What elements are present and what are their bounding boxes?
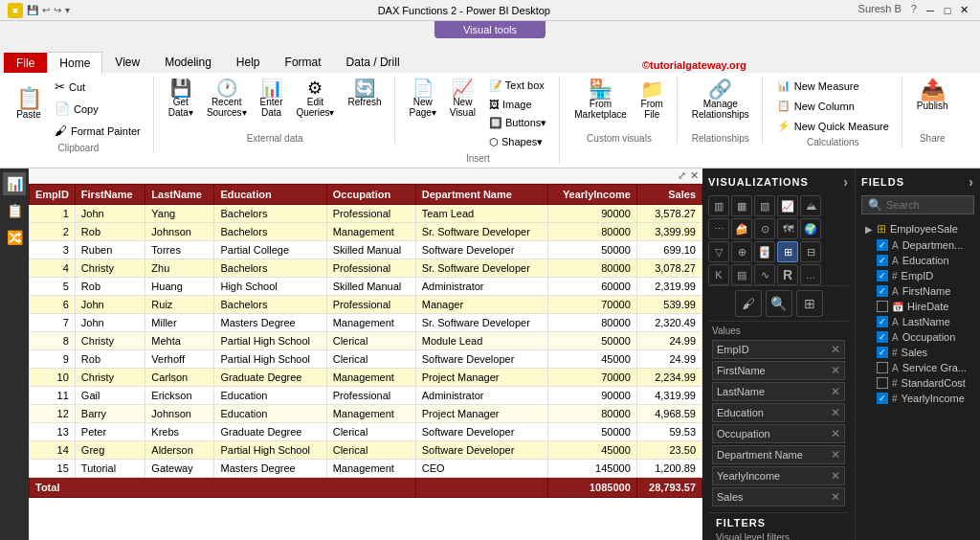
col-header-income[interactable]: YearlyIncome: [548, 185, 636, 205]
fields-expand-btn[interactable]: ›: [969, 174, 974, 190]
table-row[interactable]: 7JohnMillerMasters DegreeManagementSr. S…: [30, 314, 702, 332]
field-item[interactable]: ✓ADepartmen...: [861, 237, 974, 253]
minimize-button[interactable]: ─: [923, 3, 938, 18]
field-group-header[interactable]: ▶ ⊞ EmployeeSale: [861, 220, 974, 237]
copy-button[interactable]: 📄 Copy: [50, 99, 145, 119]
col-header-firstname[interactable]: FirstName: [75, 185, 145, 205]
field-item[interactable]: #StandardCost: [861, 375, 974, 391]
field-item[interactable]: ✓AEducation: [861, 253, 974, 268]
table-row[interactable]: 2RobJohnsonBachelorsManagementSr. Softwa…: [30, 223, 702, 241]
viz-100-bar[interactable]: ▧: [754, 195, 775, 216]
field-checkbox[interactable]: ✓: [877, 285, 888, 297]
manage-relationships-button[interactable]: 🔗 ManageRelationships: [687, 77, 754, 123]
field-item[interactable]: 📅HireDate: [861, 299, 974, 314]
table-row[interactable]: 11GailEricksonEducationProfessionalAdmin…: [30, 387, 702, 405]
sidebar-report-icon[interactable]: 📊: [3, 172, 26, 195]
table-row[interactable]: 8ChristyMehtaPartial High SchoolClerical…: [30, 332, 702, 350]
from-file-button[interactable]: 📁 FromFile: [635, 77, 669, 123]
col-header-department[interactable]: Department Name: [415, 185, 548, 205]
edit-queries-button[interactable]: ⚙ EditQueries▾: [291, 77, 339, 121]
viz-funnel[interactable]: ▽: [708, 241, 729, 262]
sidebar-model-icon[interactable]: 🔀: [3, 226, 26, 249]
field-item[interactable]: ✓#EmpID: [861, 268, 974, 283]
viz-matrix[interactable]: ⊟: [800, 241, 821, 262]
expand-icon[interactable]: ⤢: [678, 169, 686, 182]
field-item[interactable]: ✓ALastName: [861, 314, 974, 329]
table-row[interactable]: 4ChristyZhuBachelorsProfessionalSr. Soft…: [30, 259, 702, 278]
col-header-empid[interactable]: EmpID: [30, 185, 76, 205]
viz-kpi[interactable]: K: [708, 264, 729, 285]
col-header-education[interactable]: Education: [214, 185, 326, 205]
table-row[interactable]: 13PeterKrebsGraduate DegreeClericalSoftw…: [30, 423, 702, 441]
viz-expand-btn[interactable]: ›: [843, 174, 849, 190]
table-row[interactable]: 15TutorialGatewayMasters DegreeManagemen…: [30, 460, 702, 478]
quick-access-more[interactable]: ▾: [65, 5, 70, 15]
table-row[interactable]: 14GregAldersonPartial High SchoolClerica…: [30, 441, 702, 460]
enter-data-button[interactable]: 📊 EnterData: [256, 77, 288, 121]
recent-sources-button[interactable]: 🕐 RecentSources▾: [202, 77, 252, 121]
viz-format-icon[interactable]: 🖌: [735, 290, 762, 317]
tab-file[interactable]: File: [4, 53, 47, 73]
field-checkbox[interactable]: ✓: [877, 255, 888, 266]
field-checkbox[interactable]: ✓: [877, 331, 888, 343]
viz-stacked-bar[interactable]: ▦: [731, 195, 752, 216]
table-row[interactable]: 9RobVerhoffPartial High SchoolClericalSo…: [30, 350, 702, 369]
field-checkbox[interactable]: ✓: [877, 393, 888, 404]
viz-donut[interactable]: ⊙: [754, 218, 775, 239]
tab-modeling[interactable]: Modeling: [152, 51, 224, 73]
col-header-sales[interactable]: Sales: [636, 185, 702, 205]
viz-slicer[interactable]: ▤: [731, 264, 752, 285]
viz-card[interactable]: 🃏: [754, 241, 775, 262]
table-row[interactable]: 12BarryJohnsonEducationManagementProject…: [30, 405, 702, 423]
viz-fields-icon[interactable]: ⊞: [796, 290, 823, 317]
viz-map[interactable]: 🗺: [777, 218, 798, 239]
from-marketplace-button[interactable]: 🏪 FromMarketplace: [569, 77, 631, 123]
visual-tools-tab[interactable]: Visual tools: [434, 21, 546, 38]
value-education-remove[interactable]: ✕: [831, 406, 840, 419]
viz-gauge[interactable]: ⊕: [731, 241, 752, 262]
value-dept-remove[interactable]: ✕: [831, 448, 840, 461]
viz-scatter[interactable]: ⋯: [708, 218, 729, 239]
field-checkbox[interactable]: ✓: [877, 270, 888, 281]
get-data-button[interactable]: 💾 GetData▾: [164, 77, 198, 121]
tab-help[interactable]: Help: [224, 51, 273, 73]
field-checkbox[interactable]: [877, 362, 888, 373]
field-checkbox[interactable]: ✓: [877, 239, 888, 251]
textbox-button[interactable]: 📝 Text box: [484, 77, 551, 95]
field-item[interactable]: ✓AOccupation: [861, 329, 974, 345]
table-row[interactable]: 1JohnYangBachelorsProfessionalTeam Lead9…: [30, 205, 702, 223]
cut-button[interactable]: ✂ Cut: [50, 77, 145, 97]
maximize-button[interactable]: □: [940, 3, 955, 18]
help-icon[interactable]: ?: [911, 3, 917, 18]
quick-access-save[interactable]: 💾: [27, 5, 38, 15]
table-row[interactable]: 6JohnRuizBachelorsProfessionalManager700…: [30, 296, 702, 314]
new-column-button[interactable]: 📋New Column: [772, 97, 894, 115]
field-item[interactable]: ✓#YearlyIncome: [861, 391, 974, 406]
field-item[interactable]: ✓#Sales: [861, 345, 974, 360]
col-header-occupation[interactable]: Occupation: [326, 185, 415, 205]
viz-r-script[interactable]: R: [777, 264, 798, 285]
table-row[interactable]: 5RobHuangHigh SchoolSkilled ManualAdmini…: [30, 278, 702, 296]
viz-more[interactable]: …: [800, 264, 821, 285]
viz-filled-map[interactable]: 🌍: [800, 218, 821, 239]
value-sales-remove[interactable]: ✕: [831, 490, 840, 504]
quick-access-redo[interactable]: ↪: [54, 5, 61, 15]
new-page-button[interactable]: 📄 NewPage▾: [405, 77, 441, 121]
field-item[interactable]: ✓AFirstName: [861, 283, 974, 299]
viz-waterfall[interactable]: ∿: [754, 264, 775, 285]
field-checkbox[interactable]: [877, 377, 888, 389]
table-row[interactable]: 10ChristyCarlsonGraduate DegreeManagemen…: [30, 369, 702, 387]
field-item[interactable]: AService Gra...: [861, 360, 974, 375]
shapes-button[interactable]: ⬡ Shapes▾: [484, 133, 551, 151]
tab-format[interactable]: Format: [273, 51, 334, 73]
image-button[interactable]: 🖼 Image: [484, 96, 551, 113]
viz-pie[interactable]: 🍰: [731, 218, 752, 239]
viz-area-chart[interactable]: ⛰: [800, 195, 821, 216]
col-header-lastname[interactable]: LastName: [145, 185, 214, 205]
new-quick-measure-button[interactable]: ⚡New Quick Measure: [772, 117, 894, 135]
tab-view[interactable]: View: [102, 51, 152, 73]
value-occupation-remove[interactable]: ✕: [831, 427, 840, 440]
value-income-remove[interactable]: ✕: [831, 469, 840, 483]
field-checkbox[interactable]: ✓: [877, 347, 888, 358]
tab-data-drill[interactable]: Data / Drill: [334, 51, 412, 73]
